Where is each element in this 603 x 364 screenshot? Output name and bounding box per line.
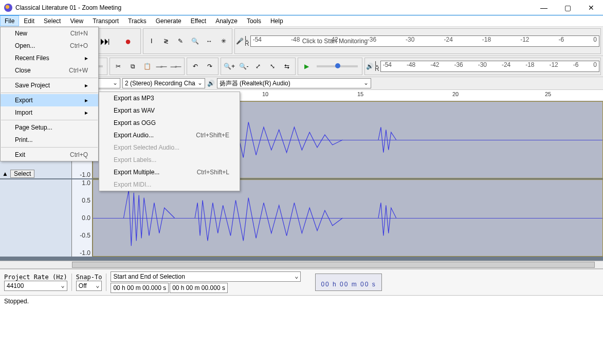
audio-position-display: 00 h 00 m 00 s bbox=[315, 274, 381, 291]
titlebar: Classical Literature 01 - Zoom Meeting ―… bbox=[0, 0, 603, 15]
menu-item-export-selected-audio: Export Selected Audio... bbox=[99, 141, 240, 154]
record-button[interactable]: ● bbox=[117, 30, 139, 52]
menu-item-export[interactable]: Export▸ bbox=[1, 94, 98, 106]
selection-mode-combo[interactable]: Start and End of Selection bbox=[111, 271, 301, 282]
project-rate-label: Project Rate (Hz) bbox=[4, 274, 67, 281]
app-icon bbox=[4, 4, 12, 12]
menu-select[interactable]: Select bbox=[39, 15, 65, 26]
paste-icon[interactable]: 📋 bbox=[140, 59, 154, 74]
select-track-button[interactable]: Select bbox=[10, 170, 34, 178]
menu-tools[interactable]: Tools bbox=[242, 15, 266, 26]
envelope-tool-icon[interactable]: ≷ bbox=[159, 34, 173, 48]
menu-item-exit[interactable]: ExitCtrl+Q bbox=[1, 149, 98, 161]
menu-item-open[interactable]: Open...Ctrl+O bbox=[1, 40, 98, 52]
menu-item-export-midi: Export MIDI... bbox=[99, 178, 240, 191]
menu-item-export-as-wav[interactable]: Export as WAV bbox=[99, 104, 240, 117]
cut-icon[interactable]: ✂ bbox=[111, 59, 125, 74]
file-menu-dropdown: NewCtrl+NOpen...Ctrl+ORecent Files▸Close… bbox=[0, 27, 99, 161]
menu-item-export-labels: Export Labels... bbox=[99, 154, 240, 166]
menu-edit[interactable]: Edit bbox=[19, 15, 39, 26]
menu-item-recent-files[interactable]: Recent Files▸ bbox=[1, 52, 98, 64]
zoom-toggle-icon[interactable]: ⇆ bbox=[280, 59, 294, 74]
menubar: FileEditSelectViewTransportTracksGenerat… bbox=[0, 15, 603, 27]
menu-item-export-as-ogg[interactable]: Export as OGG bbox=[99, 117, 240, 129]
playatspeed-toolbar: ▶ bbox=[298, 58, 362, 75]
redo-icon[interactable]: ↷ bbox=[203, 59, 217, 74]
menu-tracks[interactable]: Tracks bbox=[123, 15, 151, 26]
menu-transport[interactable]: Transport bbox=[88, 15, 123, 26]
menu-item-export-as-mp3[interactable]: Export as MP3 bbox=[99, 92, 240, 104]
monitor-message[interactable]: Click to Start Monitoring bbox=[302, 38, 368, 45]
playback-device-combo[interactable]: 扬声器 (Realtek(R) Audio) bbox=[217, 78, 371, 88]
export-submenu: Export as MP3Export as WAVExport as OGGE… bbox=[99, 92, 240, 191]
menu-item-export-audio[interactable]: Export Audio...Ctrl+Shift+E bbox=[99, 129, 240, 141]
menu-item-page-setup[interactable]: Page Setup... bbox=[1, 121, 98, 134]
track-control-panel[interactable] bbox=[0, 179, 72, 257]
timeshift-tool-icon[interactable]: ↔ bbox=[202, 34, 216, 48]
menu-generate[interactable]: Generate bbox=[151, 15, 186, 26]
menu-effect[interactable]: Effect bbox=[186, 15, 211, 26]
silence-icon[interactable]: ⟞⟝ bbox=[169, 59, 183, 74]
copy-icon[interactable]: ⧉ bbox=[125, 59, 140, 74]
trim-icon[interactable]: ⟞⟝ bbox=[154, 59, 169, 74]
zoom-out-icon[interactable]: 🔍- bbox=[236, 59, 251, 74]
vertical-scale: 1.00.50.0-0.5-1.0 bbox=[72, 179, 93, 257]
status-text: Stopped. bbox=[4, 298, 29, 305]
maximize-button[interactable]: ▢ bbox=[556, 0, 579, 15]
playback-meter[interactable]: 🔊 LR -54-48-42-36-30-24-18-12-60 bbox=[364, 58, 601, 75]
draw-tool-icon[interactable]: ✎ bbox=[173, 34, 188, 48]
menu-analyze[interactable]: Analyze bbox=[211, 15, 242, 26]
minimize-button[interactable]: ― bbox=[532, 0, 556, 15]
speaker-icon: 🔊 bbox=[366, 63, 374, 70]
tools-toolbar: Ⅰ ≷ ✎ 🔍 ↔ ✳ bbox=[143, 28, 232, 54]
horizontal-scrollbar[interactable] bbox=[0, 261, 603, 269]
undo-toolbar: ↶ ↷ bbox=[187, 58, 218, 75]
selection-end-field[interactable]: 00 h 00 m 00.000 s bbox=[170, 283, 228, 293]
menu-file[interactable]: File bbox=[0, 15, 19, 26]
close-button[interactable]: ✕ bbox=[579, 0, 603, 15]
fit-selection-icon[interactable]: ⤢ bbox=[251, 59, 265, 74]
zoom-tool-icon[interactable]: 🔍 bbox=[188, 34, 202, 48]
menu-item-save-project[interactable]: Save Project▸ bbox=[1, 79, 98, 92]
edit-toolbar: ✂ ⧉ 📋 ⟞⟝ ⟞⟝ bbox=[109, 58, 185, 75]
undo-icon[interactable]: ↶ bbox=[188, 59, 203, 74]
menu-item-import[interactable]: Import▸ bbox=[1, 106, 98, 119]
fit-project-icon[interactable]: ⤡ bbox=[265, 59, 280, 74]
menu-item-new[interactable]: NewCtrl+N bbox=[1, 27, 98, 40]
menu-view[interactable]: View bbox=[65, 15, 88, 26]
menu-item-export-multiple[interactable]: Export Multiple...Ctrl+Shift+L bbox=[99, 166, 240, 178]
project-rate-combo[interactable]: 44100 bbox=[4, 281, 67, 291]
play-at-speed-icon[interactable]: ▶ bbox=[299, 59, 314, 74]
speaker-icon: 🔊 bbox=[207, 80, 215, 87]
collapse-icon[interactable]: ▲ bbox=[2, 170, 8, 177]
statusbar: Stopped. bbox=[0, 295, 603, 306]
mic-icon: 🎤 bbox=[236, 38, 244, 45]
multi-tool-icon[interactable]: ✳ bbox=[216, 34, 231, 48]
recording-channels-combo[interactable]: 2 (Stereo) Recording Cha bbox=[122, 78, 205, 88]
play-speed-slider[interactable] bbox=[317, 65, 358, 67]
snap-to-combo[interactable]: Off bbox=[76, 281, 102, 291]
zoom-toolbar: 🔍+ 🔍- ⤢ ⤡ ⇆ bbox=[221, 58, 296, 75]
menu-help[interactable]: Help bbox=[266, 15, 288, 26]
snap-to-label: Snap-To bbox=[76, 274, 102, 281]
menu-item-print[interactable]: Print... bbox=[1, 134, 98, 146]
selection-start-field[interactable]: 00 h 00 m 00.000 s bbox=[111, 283, 169, 293]
selection-toolbar: Project Rate (Hz) 44100 Snap-To Off Star… bbox=[0, 269, 603, 295]
selection-tool-icon[interactable]: Ⅰ bbox=[144, 34, 159, 48]
window-title: Classical Literature 01 - Zoom Meeting bbox=[15, 4, 121, 11]
menu-item-close[interactable]: CloseCtrl+W bbox=[1, 64, 98, 77]
zoom-in-icon[interactable]: 🔍+ bbox=[222, 59, 236, 74]
record-meter[interactable]: 🎤 LR -54-48-42-36-30-24-18-12-60 Click t… bbox=[234, 28, 601, 54]
